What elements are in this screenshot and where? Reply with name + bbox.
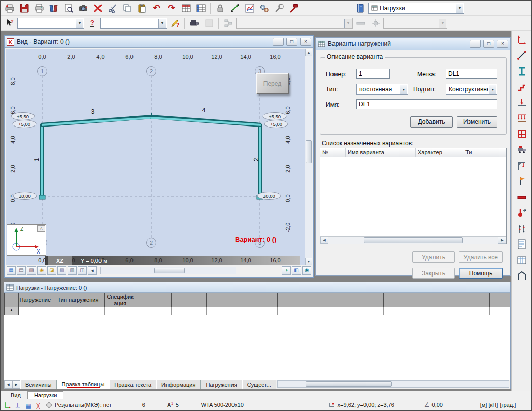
sheet-tab-loadings[interactable]: Нагружения (201, 380, 242, 389)
sheet-tab-existing[interactable]: Сущест... (242, 380, 276, 389)
close-icon[interactable]: × (300, 38, 311, 46)
column-header[interactable] (490, 293, 510, 307)
chevron-down-icon[interactable]: ▼ (439, 19, 446, 28)
table-cell[interactable] (18, 307, 52, 315)
chevron-down-icon[interactable]: ▼ (158, 19, 166, 28)
redo-icon[interactable]: ↷ (164, 2, 178, 15)
material-combo[interactable]: ▼ (383, 18, 447, 29)
table-cell[interactable] (277, 307, 313, 315)
undo-icon[interactable]: ↶ (150, 2, 163, 15)
load-table-icon[interactable] (514, 254, 529, 266)
wrench-icon[interactable] (272, 2, 286, 15)
snap-axes-icon[interactable] (4, 401, 11, 409)
lamp-icon[interactable]: ◉ (37, 266, 46, 275)
restore-icon[interactable]: □ (286, 38, 297, 46)
table-cell[interactable] (454, 307, 490, 315)
subtype-combo[interactable]: Конструктивные ▼ (446, 84, 497, 95)
row-selector-header[interactable] (5, 293, 19, 307)
blank-tool-icon[interactable] (202, 17, 216, 30)
sheet-tab-edit-text[interactable]: Правка текста (109, 380, 156, 389)
chevron-down-icon[interactable]: ▼ (400, 85, 407, 94)
hammer-icon[interactable] (287, 2, 301, 15)
column-header[interactable]: Тип нагружения (52, 293, 105, 307)
select-mode-icon[interactable]: ▦ (7, 266, 16, 275)
grid-toggle-icon[interactable]: ▨ (27, 266, 36, 275)
variants-table[interactable]: № Имя варианта Характер Ти ◀ ▶ (320, 148, 507, 244)
projector-icon[interactable] (187, 17, 201, 30)
triad-toggle-icon[interactable]: △ (37, 225, 45, 232)
type-combo[interactable]: постоянная ▼ (356, 84, 408, 95)
distributed-load-icon[interactable] (514, 112, 529, 124)
table-cell[interactable] (383, 307, 419, 315)
chevron-down-icon[interactable]: ▼ (76, 19, 83, 28)
lock-icon[interactable] (213, 2, 227, 15)
moving-load-icon[interactable] (514, 144, 529, 156)
table-cell[interactable] (242, 307, 278, 315)
point-load-icon[interactable] (514, 97, 529, 109)
section-cut-icon[interactable]: ◑ (282, 266, 291, 275)
sheet-icon[interactable]: ▥ (68, 266, 77, 275)
levels-icon[interactable] (221, 17, 235, 30)
add-button[interactable]: Добавить (410, 116, 453, 128)
chevron-down-icon[interactable]: ▼ (344, 19, 352, 28)
column-header[interactable] (454, 293, 490, 307)
clip-view-icon[interactable]: ◧ (292, 266, 301, 275)
page-setup-icon[interactable]: ▤ (17, 266, 26, 275)
section-combo[interactable]: ▼ (236, 18, 353, 29)
tab-loads[interactable]: Нагрузки (27, 391, 64, 399)
model-viewport[interactable]: 0,02,0 4,06,0 8,010,0 12,014,0 16,0 8,0 … (6, 49, 305, 265)
beam-load-icon[interactable] (514, 191, 529, 203)
column-header[interactable]: Имя варианта (346, 148, 416, 157)
tab-scroll-right-icon[interactable]: ▶ (12, 380, 20, 389)
chevron-down-icon[interactable]: ▼ (456, 4, 463, 13)
hscroll-thumb[interactable] (154, 268, 185, 273)
coordinate-axes-icon[interactable] (514, 34, 529, 46)
column-header[interactable]: Нагружение (18, 293, 52, 307)
loads-table[interactable]: Нагружение Тип нагружения Спецификация * (4, 293, 510, 315)
table-cell[interactable] (348, 307, 384, 315)
draw-icon[interactable]: ◪ (47, 266, 56, 275)
steps-icon[interactable] (514, 81, 529, 93)
line-element-icon[interactable] (514, 49, 529, 61)
scroll-down-icon[interactable]: ▼ (305, 258, 312, 265)
snapshot-icon[interactable] (76, 2, 90, 15)
ibeam-icon[interactable] (514, 65, 529, 77)
column-header[interactable] (242, 293, 278, 307)
table-cell[interactable] (52, 307, 105, 315)
filter-combo[interactable]: ▼ (100, 18, 167, 29)
loads-mode-combo[interactable]: Нагрузки ▼ (368, 3, 464, 14)
panel-hscrollbar[interactable] (277, 380, 509, 388)
mast-flag-icon[interactable] (514, 175, 529, 187)
variants-table-hscrollbar[interactable]: ◀ ▶ (320, 236, 506, 244)
sheet-tab-info[interactable]: Информация (156, 380, 201, 389)
chart-icon[interactable] (243, 2, 256, 15)
sheet-tab-edit-table[interactable]: Правка таблицы (57, 380, 110, 389)
column-header[interactable] (419, 293, 454, 307)
column-header[interactable] (171, 293, 207, 307)
column-header[interactable] (136, 293, 172, 307)
preview-icon[interactable] (61, 2, 75, 15)
column-header[interactable] (383, 293, 419, 307)
view-vertical-scrollbar[interactable]: ▲ ▼ (305, 49, 312, 265)
edit-help-icon[interactable]: ? (168, 17, 182, 30)
front-view-button[interactable]: Перед (256, 73, 289, 94)
new-row-marker[interactable]: * (5, 307, 19, 315)
break-icon[interactable]: ╳ (36, 401, 43, 409)
edit-button[interactable]: Изменить (457, 116, 497, 128)
sheet-tab-values[interactable]: Величины (20, 380, 57, 389)
ucs-icon[interactable]: ⊥ (14, 401, 22, 409)
help-pick-icon[interactable]: ? (85, 17, 99, 30)
crane-load-icon[interactable] (514, 160, 529, 172)
hatch-icon[interactable]: ▧ (57, 266, 66, 275)
column-header[interactable]: Спецификация (105, 293, 136, 307)
library-icon[interactable] (47, 2, 60, 15)
scroll-up-icon[interactable]: ▲ (305, 49, 312, 56)
frame-structure-icon[interactable] (514, 270, 529, 282)
table-cell[interactable] (105, 307, 136, 315)
cut-icon[interactable] (106, 2, 119, 15)
column-header[interactable] (277, 293, 313, 307)
scroll-right-icon[interactable]: ▶ (498, 237, 506, 244)
column-header[interactable]: Характер (416, 148, 463, 157)
delete-button[interactable]: Удалить (412, 251, 455, 263)
column-header[interactable]: Ти (463, 148, 506, 157)
